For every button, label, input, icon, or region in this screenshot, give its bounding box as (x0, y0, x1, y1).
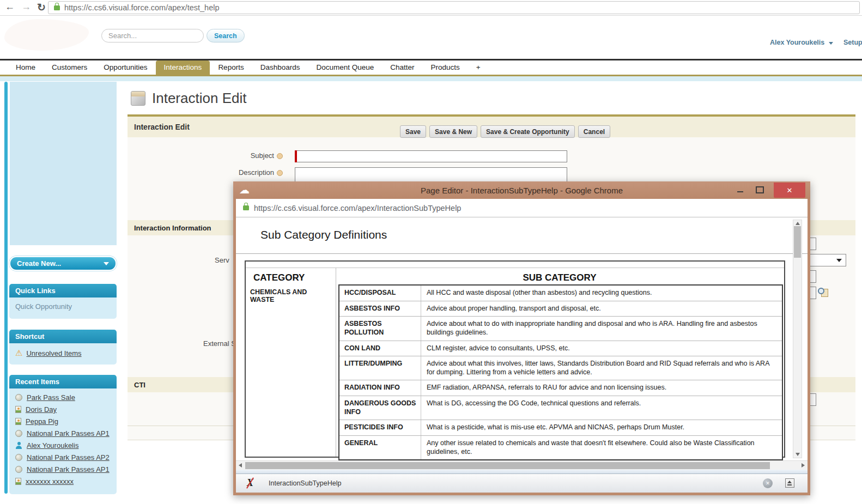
back-icon[interactable] (3, 1, 16, 13)
recent-item-link[interactable]: Peppa Pig (26, 417, 58, 426)
form-section-title: Interaction Edit (134, 123, 190, 131)
table-row: ASBESTOS INFOAdvice about proper handlin… (339, 301, 782, 317)
search-input[interactable] (101, 29, 204, 42)
recent-item-link[interactable]: National Park Passes AP1 (27, 465, 110, 473)
search-button[interactable]: Search (207, 29, 245, 42)
scroll-down-icon[interactable] (796, 453, 800, 456)
subcategory-description: Advice about what to do with inappropria… (421, 317, 782, 340)
opportunity-icon (15, 454, 22, 461)
tab-dashboards[interactable]: Dashboards (252, 60, 308, 75)
forward-icon[interactable] (20, 1, 33, 13)
file-x-icon (245, 478, 256, 489)
list-item: Alex Youroukelis (15, 441, 111, 450)
opportunity-icon (15, 430, 22, 437)
chevron-down-icon (104, 262, 109, 265)
tab-opportunities[interactable]: Opportunities (95, 60, 155, 75)
help-icon[interactable] (277, 170, 283, 176)
tab-customers[interactable]: Customers (44, 60, 95, 75)
sidebar-collapse-handle[interactable] (4, 82, 8, 494)
table-row: ASBESTOS POLLUTIONAdvice about what to d… (339, 317, 782, 341)
tab-chatter[interactable]: Chatter (382, 60, 422, 75)
user-name: Alex Youroukelis (770, 39, 824, 46)
list-item: Peppa Pig (15, 417, 111, 426)
button-row: Save Save & New Save & Create Opportunit… (400, 125, 610, 138)
subcategory-description: Advice about proper handling, transport … (421, 301, 782, 317)
table-row: GENERALAny other issue related to chemic… (339, 436, 782, 459)
quick-opportunity-link[interactable]: Quick Opportunity (15, 302, 72, 311)
subcategory-name: PESTICIDES INFO (339, 420, 421, 435)
create-new-label: Create New... (17, 259, 61, 268)
popup-window: Page Editor - InteractionSubTypeHelp - G… (233, 181, 810, 495)
table-row: HCC/DISPOSALAll HCC and waste disposal (… (339, 286, 782, 301)
table-row: LITTER/DUMPINGAdvice about what this inv… (339, 356, 782, 380)
table-row: DANGEROUS GOODS INFOWhat is DG, accessin… (339, 396, 782, 420)
close-button[interactable] (774, 183, 805, 198)
lookup-magnifier-icon[interactable] (818, 288, 828, 297)
subject-label: Subject (128, 151, 283, 160)
scroll-right-icon[interactable] (802, 463, 805, 467)
page-title-row: Interaction Edit (131, 90, 246, 107)
list-item: National Park Passes AP1 (15, 465, 111, 473)
subject-input[interactable] (295, 150, 567, 162)
divider (236, 470, 808, 473)
subcategory-name: ASBESTOS INFO (339, 301, 421, 317)
help-icon[interactable] (277, 153, 283, 159)
reload-icon[interactable] (35, 1, 48, 14)
download-filename[interactable]: InteractionSubTypeHelp (269, 479, 341, 487)
recent-item-link[interactable]: Alex Youroukelis (27, 441, 78, 450)
create-new-dropdown[interactable]: Create New... (9, 256, 117, 271)
close-circle-icon[interactable] (763, 478, 773, 488)
tab-home[interactable]: Home (8, 60, 44, 75)
vertical-scrollbar[interactable] (793, 220, 802, 458)
minimize-button[interactable] (732, 181, 748, 198)
tab-products[interactable]: Products (423, 60, 468, 75)
table-row: RADIATION INFOEMF radiation, ARPANSA, re… (339, 380, 782, 396)
setup-link[interactable]: Setup (843, 39, 862, 46)
save-and-create-opportunity-button[interactable]: Save & Create Opportunity (481, 125, 575, 138)
address-bar[interactable]: https://c.cs6.visual.force.com/apex/test… (48, 1, 860, 14)
scrollbar-thumb[interactable] (794, 226, 801, 258)
recent-item-link[interactable]: xxxxxxx xxxxxx (26, 477, 74, 485)
contact-icon (15, 418, 21, 425)
recent-item-link[interactable]: National Park Passes AP2 (27, 453, 110, 462)
subcategory-description: What is a pesticide, what is mis-use etc… (421, 420, 782, 435)
recent-item-link[interactable]: National Park Passes AP1 (27, 429, 110, 438)
screen: https://c.cs6.visual.force.com/apex/test… (0, 0, 862, 504)
save-button[interactable]: Save (400, 125, 426, 138)
service-label-partial: Serv (215, 256, 234, 264)
unresolved-items-link[interactable]: Unresolved Items (26, 349, 81, 357)
recent-item-link[interactable]: Park Pass Sale (27, 393, 75, 402)
save-and-new-button[interactable]: Save & New (429, 125, 477, 138)
popup-titlebar[interactable]: Page Editor - InteractionSubTypeHelp - G… (233, 181, 810, 199)
subcategory-description: CLM register, advice to consultants, UPS… (421, 341, 782, 356)
popup-url-text: https://c.cs6.visual.force.com/apex/Inte… (254, 204, 461, 212)
subcategory-table: HCC/DISPOSALAll HCC and waste disposal (… (338, 284, 783, 460)
scroll-left-icon[interactable] (239, 463, 242, 467)
https-lock-icon (54, 5, 60, 10)
scroll-up-icon[interactable] (796, 222, 800, 225)
select-fragment[interactable] (806, 254, 846, 266)
tab-document-queue[interactable]: Document Queue (308, 60, 382, 75)
subcategory-name: ASBESTOS POLLUTION (339, 317, 421, 340)
tab-interactions[interactable]: Interactions (156, 60, 210, 75)
subcategory-description: All HCC and waste disposal (other than a… (421, 286, 782, 301)
page-title: Interaction Edit (152, 90, 246, 107)
quick-links-header: Quick Links (9, 284, 117, 297)
scrollbar-thumb[interactable] (245, 462, 770, 469)
category-name-cell: CHEMICALS AND WASTE (250, 288, 333, 303)
eject-icon[interactable] (785, 478, 794, 488)
popup-address-bar[interactable]: https://c.cs6.visual.force.com/apex/Inte… (236, 199, 808, 217)
user-menu[interactable]: Alex Youroukelis (770, 39, 833, 46)
cancel-button[interactable]: Cancel (578, 125, 610, 138)
opportunity-icon (15, 394, 22, 401)
subcategory-description: Advice about what this involves, litter … (421, 356, 782, 380)
subcategory-definitions-heading: Sub Category Definitions (260, 228, 387, 241)
definitions-table: CATEGORY SUB CATEGORY CHEMICALS AND WAST… (245, 260, 785, 458)
recent-item-link[interactable]: Doris Day (26, 405, 57, 414)
maximize-button[interactable] (751, 181, 768, 198)
popup-client-area: https://c.cs6.visual.force.com/apex/Inte… (236, 199, 808, 493)
tab-add[interactable]: + (468, 60, 489, 75)
subcategory-name: GENERAL (339, 436, 421, 459)
horizontal-scrollbar[interactable] (236, 460, 808, 470)
tab-reports[interactable]: Reports (210, 60, 252, 75)
